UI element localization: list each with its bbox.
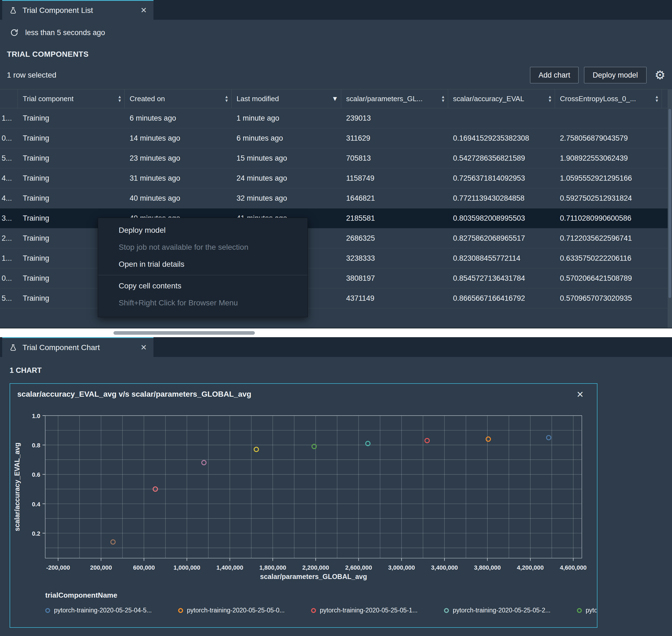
- table-cell[interactable]: 0.823088455772114: [448, 254, 555, 263]
- sort-icon[interactable]: ▲▼: [655, 95, 659, 102]
- table-cell[interactable]: 0.5702066421508789: [555, 274, 662, 283]
- table-cell[interactable]: 1 minute ago: [231, 114, 341, 122]
- sort-icon[interactable]: ▲▼: [441, 95, 445, 102]
- data-point[interactable]: [486, 437, 491, 441]
- sort-desc-icon[interactable]: ▼: [332, 95, 338, 102]
- table-cell[interactable]: 4...: [0, 174, 18, 183]
- chart-close-icon[interactable]: ✕: [576, 389, 584, 400]
- add-chart-button[interactable]: Add chart: [530, 67, 579, 83]
- table-cell[interactable]: 0...: [0, 274, 18, 283]
- table-cell[interactable]: 0.7122035622596741: [555, 234, 662, 243]
- tab-trial-component-chart[interactable]: Trial Component Chart ✕: [2, 337, 154, 357]
- table-cell[interactable]: 0.5927502512931824: [555, 194, 662, 203]
- table-cell[interactable]: 0.7110280990600586: [555, 214, 662, 223]
- table-cell[interactable]: 4...: [0, 194, 18, 203]
- table-cell[interactable]: 705813: [341, 154, 448, 163]
- table-cell[interactable]: Training: [18, 134, 125, 142]
- table-cell[interactable]: Training: [18, 174, 125, 183]
- table-row[interactable]: 1...Training6 minutes ago1 minute ago239…: [0, 108, 668, 128]
- table-cell[interactable]: 2686325: [341, 234, 448, 243]
- table-row[interactable]: 5...Training23 minutes ago15 minutes ago…: [0, 148, 668, 168]
- table-cell[interactable]: 0.16941529235382308: [448, 134, 555, 142]
- y-axis-label: scalar/accuracy_EVAL_avg: [13, 442, 21, 531]
- column-header[interactable]: scalar/accuracy_EVAL▲▼: [448, 90, 555, 108]
- column-header[interactable]: Created on▲▼: [125, 90, 231, 108]
- table-cell[interactable]: 3808197: [341, 274, 448, 283]
- table-cell[interactable]: 4371149: [341, 294, 448, 303]
- legend-item[interactable]: pytorch-training-2020-05-25-05-1...: [311, 607, 444, 614]
- table-cell[interactable]: 5...: [0, 154, 18, 163]
- close-icon[interactable]: ✕: [141, 343, 147, 352]
- table-cell[interactable]: 1...: [0, 254, 18, 263]
- deploy-model-button[interactable]: Deploy model: [584, 67, 646, 83]
- table-cell[interactable]: Training: [18, 194, 125, 203]
- table-cell[interactable]: 0.7721139430284858: [448, 194, 555, 203]
- table-cell[interactable]: 6 minutes ago: [125, 114, 231, 122]
- table-cell[interactable]: 0.6335750222206116: [555, 254, 662, 263]
- table-cell[interactable]: 0.7256371814092953: [448, 174, 555, 183]
- table-cell[interactable]: 24 minutes ago: [231, 174, 341, 183]
- svg-text:2,600,000: 2,600,000: [345, 564, 372, 571]
- table-cell[interactable]: 3238333: [341, 254, 448, 263]
- table-cell[interactable]: 311629: [341, 134, 448, 142]
- table-cell[interactable]: 0.8665667166416792: [448, 294, 555, 303]
- table-cell[interactable]: Training: [18, 114, 125, 122]
- legend-item[interactable]: pytorch-training-2020-05-25-04-5...: [45, 607, 178, 614]
- data-point[interactable]: [547, 435, 551, 440]
- data-point[interactable]: [111, 540, 115, 544]
- table-cell[interactable]: 14 minutes ago: [125, 134, 231, 142]
- table-cell[interactable]: 1158749: [341, 174, 448, 183]
- table-cell[interactable]: 5...: [0, 294, 18, 303]
- column-header[interactable]: CrossEntropyLoss_0_...▲▼: [555, 90, 662, 108]
- column-header[interactable]: Last modified▼: [231, 90, 341, 108]
- sort-icon[interactable]: ▲▼: [548, 95, 552, 102]
- table-cell[interactable]: 1646821: [341, 194, 448, 203]
- table-cell[interactable]: 2...: [0, 234, 18, 243]
- table-cell[interactable]: 0.5709657073020935: [555, 294, 662, 303]
- table-cell[interactable]: 0.8275862068965517: [448, 234, 555, 243]
- table-cell[interactable]: 0.8545727136431784: [448, 274, 555, 283]
- sort-icon[interactable]: ▲▼: [118, 95, 122, 102]
- table-cell[interactable]: 2185581: [341, 214, 448, 223]
- legend-item[interactable]: pytor: [577, 607, 597, 614]
- close-icon[interactable]: ✕: [141, 6, 147, 15]
- sort-icon[interactable]: ▲▼: [224, 95, 228, 102]
- context-menu-item[interactable]: Copy cell contents: [98, 277, 307, 294]
- table-cell[interactable]: 1.0595552921295166: [555, 174, 662, 183]
- horizontal-scrollbar-thumb[interactable]: [114, 331, 255, 335]
- horizontal-scrollbar[interactable]: [0, 328, 672, 337]
- column-header-label: Created on: [130, 95, 165, 103]
- context-menu-item[interactable]: Deploy model: [98, 222, 307, 239]
- table-cell[interactable]: 32 minutes ago: [231, 194, 341, 203]
- vertical-scrollbar-thumb[interactable]: [668, 109, 671, 298]
- column-header[interactable]: Trial component▲▼: [18, 90, 125, 108]
- table-cell[interactable]: 239013: [341, 114, 448, 122]
- refresh-icon[interactable]: [10, 28, 19, 37]
- gear-icon[interactable]: ⚙: [655, 69, 666, 81]
- table-cell[interactable]: 23 minutes ago: [125, 154, 231, 163]
- table-cell[interactable]: 0...: [0, 134, 18, 142]
- table-cell[interactable]: 15 minutes ago: [231, 154, 341, 163]
- data-point[interactable]: [254, 447, 259, 452]
- table-cell[interactable]: 31 minutes ago: [125, 174, 231, 183]
- table-row[interactable]: 4...Training40 minutes ago32 minutes ago…: [0, 188, 668, 208]
- table-cell[interactable]: 0.5427286356821589: [448, 154, 555, 163]
- table-row[interactable]: 0...Training14 minutes ago6 minutes ago3…: [0, 128, 668, 148]
- data-point[interactable]: [425, 438, 429, 443]
- table-cell[interactable]: 2.758056879043579: [555, 134, 662, 142]
- context-menu-item[interactable]: Open in trial details: [98, 256, 307, 273]
- table-cell[interactable]: Training: [18, 154, 125, 163]
- table-cell[interactable]: 1.908922553062439: [555, 154, 662, 163]
- column-header[interactable]: scalar/parameters_GL...▲▼: [341, 90, 448, 108]
- table-cell[interactable]: 0.8035982008995503: [448, 214, 555, 223]
- table-cell[interactable]: 40 minutes ago: [125, 194, 231, 203]
- data-point[interactable]: [202, 460, 206, 465]
- tab-trial-component-list[interactable]: Trial Component List ✕: [2, 0, 154, 20]
- vertical-scrollbar[interactable]: [668, 89, 672, 329]
- table-cell[interactable]: 1...: [0, 114, 18, 122]
- legend-item[interactable]: pytorch-training-2020-05-25-05-2...: [444, 607, 577, 614]
- table-row[interactable]: 4...Training31 minutes ago24 minutes ago…: [0, 168, 668, 188]
- table-cell[interactable]: 3...: [0, 214, 18, 223]
- table-cell[interactable]: 6 minutes ago: [231, 134, 341, 142]
- legend-item[interactable]: pytorch-training-2020-05-25-05-0...: [178, 607, 311, 614]
